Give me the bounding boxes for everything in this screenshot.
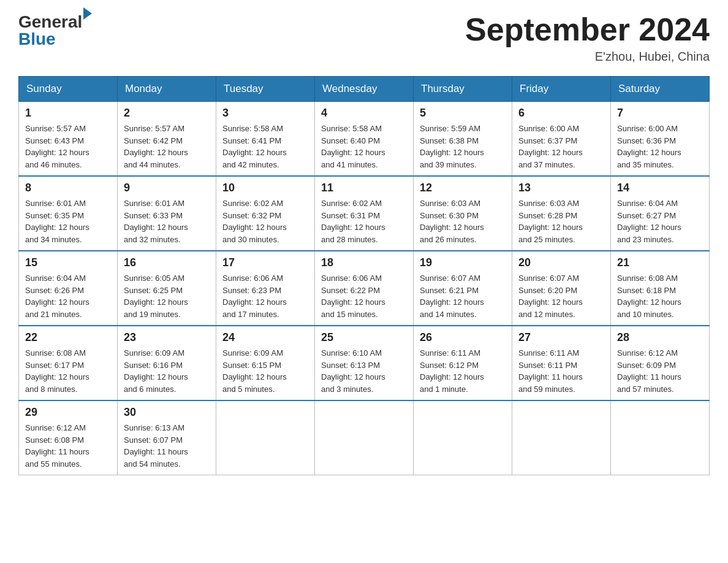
calendar-cell: 18Sunrise: 6:06 AMSunset: 6:22 PMDayligh… [315,251,414,326]
sunset-info: Sunset: 6:33 PM [124,211,183,220]
daylight-info-line2: and 12 minutes. [518,310,575,319]
day-number: 1 [25,107,111,120]
day-info: Sunrise: 6:02 AMSunset: 6:32 PMDaylight:… [222,197,308,245]
calendar-cell: 5Sunrise: 5:59 AMSunset: 6:38 PMDaylight… [414,102,512,177]
sunset-info: Sunset: 6:36 PM [617,136,676,145]
day-info: Sunrise: 6:07 AMSunset: 6:20 PMDaylight:… [518,272,604,320]
day-info: Sunrise: 6:13 AMSunset: 6:07 PMDaylight:… [124,422,210,470]
logo-blue-text: Blue [18,29,92,49]
daylight-info-line1: Daylight: 12 hours [222,297,287,307]
sunset-info: Sunset: 6:40 PM [321,136,380,145]
day-info: Sunrise: 6:00 AMSunset: 6:36 PMDaylight:… [617,123,703,170]
daylight-info-line1: Daylight: 12 hours [518,297,583,307]
daylight-info-line1: Daylight: 12 hours [25,148,89,157]
day-number: 26 [420,331,506,344]
day-number: 6 [518,107,604,120]
sunset-info: Sunset: 6:07 PM [124,435,183,445]
daylight-info-line2: and 41 minutes. [321,160,378,169]
sunset-info: Sunset: 6:12 PM [420,361,479,370]
calendar-cell [216,400,315,475]
sunset-info: Sunset: 6:16 PM [124,361,183,370]
daylight-info-line2: and 30 minutes. [222,235,279,244]
daylight-info-line2: and 8 minutes. [25,385,77,394]
day-number: 9 [124,182,210,194]
daylight-info-line2: and 46 minutes. [25,160,82,169]
daylight-info-line2: and 19 minutes. [124,310,181,319]
sunset-info: Sunset: 6:35 PM [25,211,84,220]
sunset-info: Sunset: 6:13 PM [321,361,380,370]
calendar-cell: 30Sunrise: 6:13 AMSunset: 6:07 PMDayligh… [118,400,216,475]
calendar-cell: 29Sunrise: 6:12 AMSunset: 6:08 PMDayligh… [19,400,118,475]
sunrise-info: Sunrise: 6:07 AM [420,274,480,283]
location-subtitle: E'zhou, Hubei, China [465,50,710,64]
sunset-info: Sunset: 6:38 PM [420,136,479,145]
daylight-info-line2: and 55 minutes. [25,459,82,469]
weekday-header-tuesday: Tuesday [216,77,315,102]
sunset-info: Sunset: 6:28 PM [518,211,577,220]
day-info: Sunrise: 5:59 AMSunset: 6:38 PMDaylight:… [420,123,506,170]
day-info: Sunrise: 6:03 AMSunset: 6:30 PMDaylight:… [420,197,506,245]
day-number: 18 [321,256,407,269]
day-info: Sunrise: 6:12 AMSunset: 6:08 PMDaylight:… [25,422,111,470]
calendar-cell: 16Sunrise: 6:05 AMSunset: 6:25 PMDayligh… [118,251,216,326]
sunset-info: Sunset: 6:42 PM [124,136,183,145]
daylight-info-line1: Daylight: 12 hours [25,297,89,307]
calendar-cell: 22Sunrise: 6:08 AMSunset: 6:17 PMDayligh… [19,326,118,400]
daylight-info-line1: Daylight: 12 hours [321,148,385,157]
daylight-info-line1: Daylight: 12 hours [617,223,681,232]
sunset-info: Sunset: 6:18 PM [617,286,676,295]
daylight-info-line1: Daylight: 12 hours [222,148,287,157]
day-number: 2 [124,107,210,120]
day-number: 23 [124,331,210,344]
daylight-info-line2: and 25 minutes. [518,235,575,244]
day-number: 15 [25,256,111,269]
sunrise-info: Sunrise: 6:03 AM [420,199,480,208]
sunset-info: Sunset: 6:17 PM [25,361,84,370]
day-info: Sunrise: 6:10 AMSunset: 6:13 PMDaylight:… [321,347,407,395]
day-number: 29 [25,406,111,419]
calendar-cell: 26Sunrise: 6:11 AMSunset: 6:12 PMDayligh… [414,326,512,400]
logo-arrow-icon [83,7,92,20]
sunrise-info: Sunrise: 6:03 AM [518,199,579,208]
calendar-cell: 19Sunrise: 6:07 AMSunset: 6:21 PMDayligh… [414,251,512,326]
sunrise-info: Sunrise: 6:09 AM [222,348,283,358]
day-number: 19 [420,256,506,269]
day-number: 5 [420,107,506,120]
sunrise-info: Sunrise: 6:10 AM [321,348,382,358]
sunset-info: Sunset: 6:26 PM [25,286,84,295]
day-info: Sunrise: 6:08 AMSunset: 6:17 PMDaylight:… [25,347,111,395]
sunrise-info: Sunrise: 6:02 AM [321,199,382,208]
calendar-cell [414,400,512,475]
day-number: 21 [617,256,703,269]
month-year-title: September 2024 [465,12,710,47]
daylight-info-line1: Daylight: 12 hours [124,372,188,381]
daylight-info-line1: Daylight: 12 hours [124,223,188,232]
daylight-info-line1: Daylight: 12 hours [124,297,188,307]
day-info: Sunrise: 6:08 AMSunset: 6:18 PMDaylight:… [617,272,703,320]
daylight-info-line1: Daylight: 12 hours [321,372,385,381]
sunrise-info: Sunrise: 6:08 AM [617,274,678,283]
calendar-cell: 28Sunrise: 6:12 AMSunset: 6:09 PMDayligh… [611,326,710,400]
sunrise-info: Sunrise: 6:06 AM [222,274,283,283]
daylight-info-line2: and 26 minutes. [420,235,477,244]
daylight-info-line1: Daylight: 11 hours [617,372,681,381]
calendar-cell: 17Sunrise: 6:06 AMSunset: 6:23 PMDayligh… [216,251,315,326]
daylight-info-line1: Daylight: 12 hours [617,148,681,157]
daylight-info-line2: and 57 minutes. [617,385,674,394]
logo: General Blue [18,12,92,49]
daylight-info-line2: and 17 minutes. [222,310,279,319]
day-info: Sunrise: 6:05 AMSunset: 6:25 PMDaylight:… [124,272,210,320]
day-number: 11 [321,182,407,194]
sunset-info: Sunset: 6:31 PM [321,211,380,220]
calendar-cell: 12Sunrise: 6:03 AMSunset: 6:30 PMDayligh… [414,176,512,251]
weekday-header-saturday: Saturday [611,77,710,102]
day-info: Sunrise: 6:03 AMSunset: 6:28 PMDaylight:… [518,197,604,245]
day-info: Sunrise: 6:04 AMSunset: 6:27 PMDaylight:… [617,197,703,245]
calendar-cell: 3Sunrise: 5:58 AMSunset: 6:41 PMDaylight… [216,102,315,177]
daylight-info-line2: and 42 minutes. [222,160,279,169]
daylight-info-line2: and 44 minutes. [124,160,181,169]
day-number: 12 [420,182,506,194]
sunrise-info: Sunrise: 5:59 AM [420,124,480,133]
sunrise-info: Sunrise: 6:12 AM [617,348,678,358]
day-number: 28 [617,331,703,344]
